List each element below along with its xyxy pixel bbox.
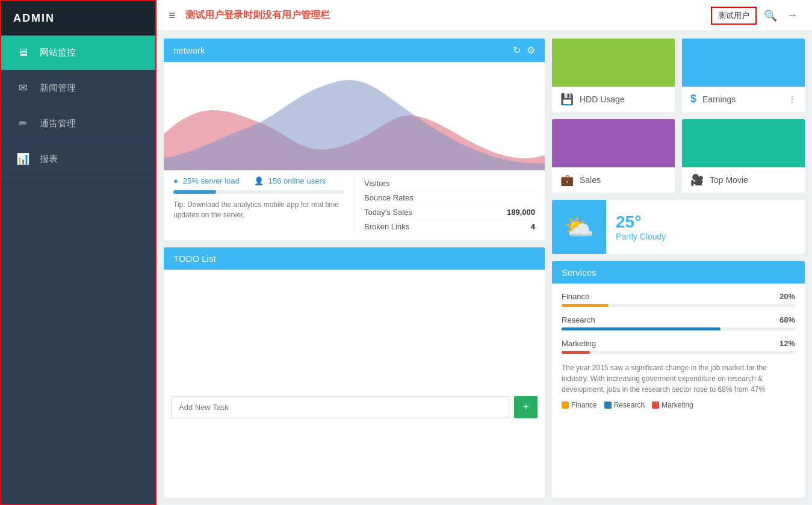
paper-plane-icon: ✉: [16, 81, 30, 94]
services-card-header: Services: [552, 261, 805, 283]
sidebar-item-label: 通告管理: [40, 118, 76, 129]
sidebar-item-label: 报表: [40, 153, 58, 165]
earnings-more-icon[interactable]: ⋮: [788, 94, 796, 104]
refresh-icon[interactable]: ↻: [513, 45, 521, 56]
topmovie-label: Top Movie: [710, 175, 748, 185]
settings-icon[interactable]: ⚙: [527, 45, 535, 56]
metric-broken-links: Broken Links 4: [364, 220, 535, 234]
network-card-header: network ↻ ⚙: [164, 39, 545, 62]
service-marketing-label: Marketing: [562, 339, 596, 348]
online-users-icon: 👤: [254, 176, 264, 185]
service-finance-bar-bg: [562, 304, 795, 307]
network-stats: ● 25% server load 👤 156 online users Tip…: [164, 170, 545, 240]
topbar-left: ≡ 测试用户登录时则没有用户管理栏: [169, 8, 330, 22]
legend-marketing-label: Marketing: [662, 401, 693, 409]
service-research: Research 68%: [562, 315, 795, 330]
legend-finance-dot: [562, 401, 569, 409]
weather-card: ⛅ 25° Partly Cloudy: [552, 200, 805, 254]
monitor-icon: 🖥: [16, 46, 30, 59]
service-finance-header: Finance 20%: [562, 292, 795, 301]
sales-footer: 💼 Sales: [552, 167, 675, 193]
search-icon-button[interactable]: 🔍: [761, 7, 779, 25]
hdd-icon: 💾: [560, 93, 574, 106]
logout-icon-button[interactable]: →: [784, 7, 800, 24]
metric-label: Visitors: [364, 179, 389, 188]
service-research-label: Research: [562, 315, 595, 324]
sidebar-item-monitor[interactable]: 🖥 网站监控: [1, 36, 155, 70]
service-marketing-bar-bg: [562, 351, 795, 354]
online-users-label: 156 online users: [268, 176, 326, 185]
todo-footer: +: [164, 390, 545, 424]
todo-add-button[interactable]: +: [514, 396, 538, 418]
metric-label: Bounce Rates: [364, 193, 414, 202]
services-legend: Finance Research Marketing: [562, 401, 795, 409]
metrics-table: Visitors Bounce Rates Today's Sales 189,…: [364, 176, 535, 234]
services-card: Services Finance 20% Rese: [552, 261, 805, 498]
weather-desc: Partly Cloudy: [616, 232, 666, 241]
service-research-bar-fill: [562, 327, 721, 330]
edit-icon: ✏: [16, 117, 30, 130]
services-body: Finance 20% Research 68%: [552, 283, 805, 418]
earnings-color-block: [682, 39, 805, 87]
metric-label: Broken Links: [364, 222, 409, 231]
user-button[interactable]: 测试用户: [711, 7, 757, 25]
legend-marketing: Marketing: [652, 401, 693, 409]
metric-value: 189,000: [507, 208, 535, 217]
hdd-usage-widget: 💾 HDD Usage: [552, 39, 675, 112]
sales-icon: 💼: [560, 173, 574, 187]
hdd-footer: 💾 HDD Usage: [552, 87, 675, 112]
metric-visitors: Visitors: [364, 176, 535, 191]
tip-text: Tip: Download the analytics mobile app f…: [173, 200, 344, 220]
earnings-icon: $: [690, 93, 696, 105]
todo-body: [164, 270, 545, 390]
service-research-pct: 68%: [779, 315, 795, 324]
topmovie-footer: 🎥 Top Movie: [682, 167, 805, 193]
topbar-title: 测试用户登录时则没有用户管理栏: [185, 9, 330, 22]
service-marketing-pct: 12%: [779, 339, 795, 348]
metric-sales: Today's Sales 189,000: [364, 205, 535, 220]
network-chart: [164, 62, 545, 170]
sidebar-item-label: 网站监控: [40, 47, 76, 58]
earnings-widget: $ Earnings ⋮: [682, 39, 805, 112]
sales-label: Sales: [580, 175, 601, 185]
stats-left: ● 25% server load 👤 156 online users Tip…: [173, 176, 354, 234]
sidebar-item-report[interactable]: 📊 报表: [1, 141, 155, 177]
todo-card-header: TODO List: [164, 247, 545, 270]
service-finance: Finance 20%: [562, 292, 795, 307]
sidebar-item-label: 新闻管理: [40, 82, 76, 94]
sidebar-item-notice[interactable]: ✏ 通告管理: [1, 106, 155, 141]
hdd-label: HDD Usage: [580, 94, 625, 104]
stats-right: Visitors Bounce Rates Today's Sales 189,…: [354, 176, 535, 234]
service-marketing: Marketing 12%: [562, 339, 795, 354]
service-marketing-header: Marketing 12%: [562, 339, 795, 348]
legend-marketing-dot: [652, 401, 659, 409]
service-finance-pct: 20%: [779, 292, 795, 301]
topmovie-widget: 🎥 Top Movie: [682, 119, 805, 193]
weather-temp: 25°: [616, 212, 666, 232]
weather-info: 25° Partly Cloudy: [606, 200, 675, 254]
topbar: ≡ 测试用户登录时则没有用户管理栏 测试用户 🔍 →: [157, 0, 812, 31]
service-finance-bar-fill: [562, 304, 609, 307]
legend-finance: Finance: [562, 401, 597, 409]
legend-research-dot: [604, 401, 612, 409]
weather-icon-block: ⛅: [552, 200, 606, 254]
earnings-label: Earnings: [702, 94, 736, 104]
sidebar: ADMIN 🖥 网站监控 ✉ 新闻管理 ✏ 通告管理 📊 报表: [0, 0, 157, 505]
sales-widget: 💼 Sales: [552, 119, 675, 193]
todo-input[interactable]: [171, 396, 509, 418]
hamburger-menu-button[interactable]: ≡: [169, 8, 176, 22]
topbar-right: 测试用户 🔍 →: [711, 7, 800, 25]
topmovie-color-block: [682, 119, 805, 167]
service-research-header: Research 68%: [562, 315, 795, 324]
service-research-bar-bg: [562, 327, 795, 330]
network-header-icons: ↻ ⚙: [513, 45, 535, 56]
left-panel: network ↻ ⚙: [164, 39, 545, 498]
legend-research: Research: [604, 401, 645, 409]
hdd-color-block: [552, 39, 675, 87]
metric-bounce: Bounce Rates: [364, 191, 535, 205]
widget-grid: 💾 HDD Usage $ Earnings ⋮ 💼: [552, 39, 805, 193]
earnings-footer: $ Earnings ⋮: [682, 87, 805, 111]
legend-finance-label: Finance: [571, 401, 597, 409]
topmovie-icon: 🎥: [690, 173, 704, 187]
sidebar-item-news[interactable]: ✉ 新闻管理: [1, 70, 155, 106]
